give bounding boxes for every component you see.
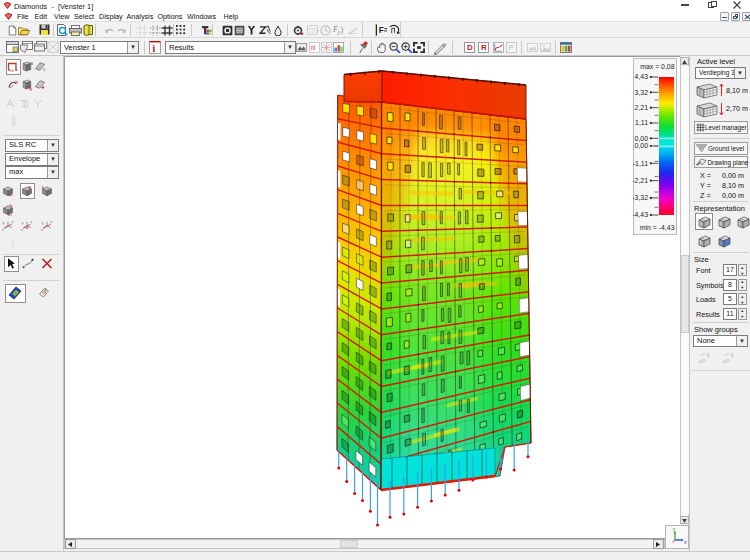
svg-text:z: z [12, 220, 14, 224]
svg-text:min = -4,43: min = -4,43 [640, 224, 675, 231]
svg-text:G: G [11, 69, 14, 73]
svg-text:-2,21: -2,21 [633, 177, 648, 184]
svg-text:y: y [42, 221, 44, 225]
svg-text:G: G [29, 88, 32, 92]
svg-text:-1,11: -1,11 [633, 160, 648, 167]
svg-text:1,11: 1,11 [635, 119, 648, 126]
svg-text:DL: DL [8, 213, 12, 217]
svg-text:x: x [21, 228, 23, 232]
svg-text:z: z [684, 539, 687, 545]
svg-text:ni: ni [310, 43, 315, 50]
svg-text:4,43: 4,43 [635, 73, 649, 80]
svg-text:x: x [41, 228, 43, 232]
svg-text:1 2 3: 1 2 3 [309, 29, 318, 34]
svg-text:z: z [51, 220, 53, 224]
svg-text:z: z [31, 220, 33, 224]
svg-text:P: P [509, 43, 514, 52]
svg-text:V: V [43, 68, 45, 72]
svg-text:F: F [379, 25, 384, 35]
svg-text:x: x [2, 228, 4, 232]
svg-text:y: y [22, 221, 24, 225]
svg-text:-3,32: -3,32 [633, 194, 648, 201]
svg-text:0,00: 0,00 [635, 135, 649, 142]
svg-text:R: R [15, 81, 18, 85]
svg-text:2,21: 2,21 [635, 104, 649, 111]
svg-text:-4,43: -4,43 [633, 211, 648, 218]
svg-text:i: i [153, 44, 156, 54]
svg-text:F: F [42, 186, 44, 190]
svg-text:max = 0,08: max = 0,08 [640, 63, 674, 70]
svg-text:F: F [10, 194, 12, 198]
svg-text:Y: Y [672, 527, 676, 533]
svg-text:y: y [3, 221, 5, 225]
svg-text:3,32: 3,32 [635, 89, 649, 96]
svg-text:0,00: 0,00 [635, 142, 649, 149]
svg-text:M: M [30, 62, 32, 66]
svg-text:y: y [337, 29, 341, 35]
